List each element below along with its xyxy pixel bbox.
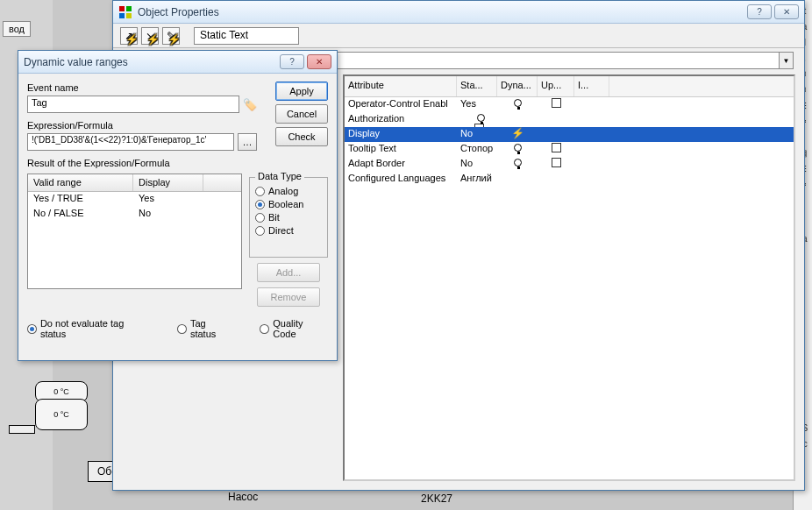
- chevron-down-icon[interactable]: ▼: [779, 53, 793, 68]
- col-update[interactable]: Up...: [538, 76, 574, 96]
- bg-label-1: вод: [3, 21, 31, 37]
- titlebar[interactable]: Dynamic value ranges ? ✕: [18, 51, 337, 74]
- grid-row[interactable]: DisplayNo⚡: [345, 127, 794, 142]
- remove-button: Remove: [257, 287, 320, 307]
- dynamic-value-ranges-dialog: Dynamic value ranges ? ✕ Apply Cancel Ch…: [18, 50, 338, 361]
- col-display[interactable]: Display: [133, 174, 203, 191]
- titlebar[interactable]: Object Properties ? ✕: [113, 1, 804, 24]
- dynamize-on-button[interactable]: ↘⚡: [141, 27, 159, 45]
- data-type-label: Data Type: [255, 171, 304, 181]
- add-button: Add...: [257, 263, 320, 282]
- svg-rect-0: [119, 6, 125, 11]
- col-valid-range[interactable]: Valid range: [28, 174, 133, 191]
- close-button[interactable]: ✕: [774, 4, 799, 19]
- radio-direct[interactable]: Direct: [255, 225, 322, 236]
- grid-row[interactable]: Operator-Control EnablYes: [345, 97, 794, 112]
- result-table[interactable]: Valid range Display Yes / TRUEYesNo / FA…: [27, 174, 242, 289]
- svg-rect-1: [126, 6, 132, 11]
- window-title: Object Properties: [138, 6, 747, 18]
- tag-icon[interactable]: 🏷️: [243, 98, 257, 111]
- prop-toolbar: ↗⚡ ↘⚡ ✎⚡ Static Text: [113, 24, 804, 48]
- radio-bit[interactable]: Bit: [255, 212, 322, 223]
- col-static[interactable]: Sta...: [457, 76, 497, 96]
- dynamize-off-button[interactable]: ↗⚡: [120, 27, 138, 45]
- result-row[interactable]: Yes / TRUEYes: [28, 192, 241, 207]
- radio-quality-code[interactable]: Quality Code: [260, 318, 328, 339]
- radio-analog[interactable]: Analog: [255, 186, 322, 196]
- bulb-icon: [514, 144, 522, 152]
- attributes-grid[interactable]: Attribute Sta... Dyna... Up... I... Oper…: [343, 74, 795, 481]
- grid-row[interactable]: Authorization: [345, 112, 794, 127]
- bulb-icon: [514, 99, 522, 107]
- expression-browse-button[interactable]: …: [238, 133, 257, 151]
- radio-no-eval[interactable]: Do not evaluate tag status: [27, 318, 151, 339]
- svg-rect-3: [126, 13, 132, 18]
- svg-rect-2: [119, 13, 125, 18]
- event-name-input[interactable]: Tag: [27, 96, 239, 113]
- col-i[interactable]: I...: [574, 76, 609, 96]
- bg-label-3: Насос: [228, 491, 258, 503]
- app-icon: [118, 5, 132, 19]
- grid-row[interactable]: Tooltip TextСтопор: [345, 142, 794, 157]
- radio-boolean[interactable]: Boolean: [255, 199, 322, 209]
- checkbox[interactable]: [552, 143, 561, 152]
- checkbox[interactable]: [552, 158, 561, 167]
- grid-row[interactable]: Adapt BorderNo: [345, 157, 794, 172]
- motor-symbol: 0 °C 0 °C: [9, 377, 105, 447]
- expression-input[interactable]: !('DB1_DD38'&(1<<22)?1:0)&'Генератор_1c': [27, 133, 234, 151]
- bolt-icon: ⚡: [511, 127, 524, 139]
- dynamize-edit-button[interactable]: ✎⚡: [162, 27, 180, 45]
- radio-tag-status[interactable]: Tag status: [177, 318, 233, 339]
- col-attribute[interactable]: Attribute: [345, 76, 457, 96]
- check-button[interactable]: Check: [275, 127, 328, 146]
- help-button[interactable]: ?: [280, 54, 304, 69]
- checkbox[interactable]: [552, 98, 561, 108]
- bulb-icon: [514, 159, 522, 166]
- close-button[interactable]: ✕: [307, 54, 331, 69]
- bulb-icon: [477, 114, 485, 122]
- result-row[interactable]: No / FALSENo: [28, 207, 241, 222]
- grid-row[interactable]: Configured LanguagesАнглий: [345, 172, 794, 187]
- col-dynamic[interactable]: Dyna...: [497, 76, 538, 96]
- object-type-box: Static Text: [194, 27, 299, 45]
- help-button[interactable]: ?: [747, 4, 772, 19]
- bg-label-4: 2KK27: [421, 492, 452, 505]
- cancel-button[interactable]: Cancel: [275, 104, 328, 124]
- apply-button[interactable]: Apply: [275, 81, 328, 101]
- dialog-title: Dynamic value ranges: [24, 56, 280, 68]
- result-label: Result of the Expression/Formula: [27, 158, 328, 168]
